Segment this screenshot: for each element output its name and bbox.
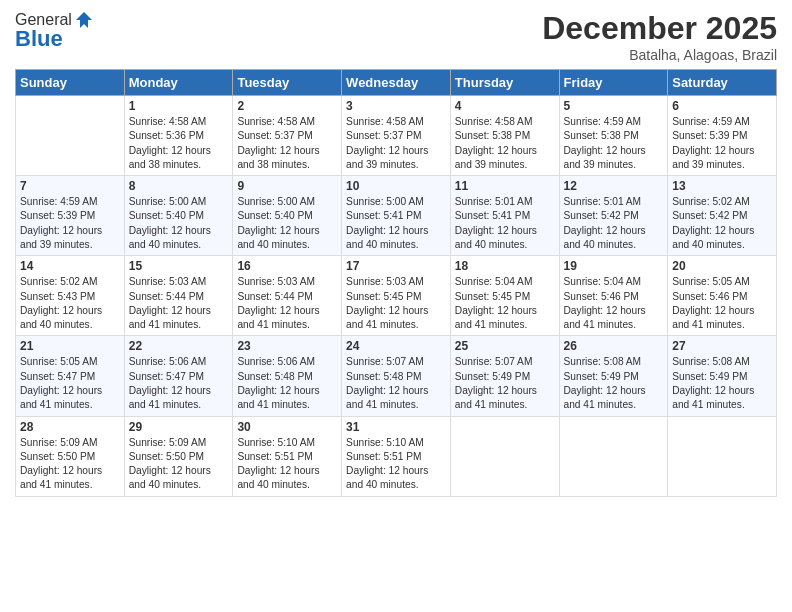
calendar-cell: 30Sunrise: 5:10 AMSunset: 5:51 PMDayligh… [233, 416, 342, 496]
weekday-header-friday: Friday [559, 70, 668, 96]
day-detail: Sunrise: 5:04 AMSunset: 5:45 PMDaylight:… [455, 275, 555, 332]
day-detail-line: Sunrise: 5:00 AM [346, 196, 424, 207]
day-detail-line: Sunset: 5:42 PM [564, 210, 639, 221]
location: Batalha, Alagoas, Brazil [542, 47, 777, 63]
day-detail-line: Sunset: 5:51 PM [237, 451, 312, 462]
day-detail-line: Daylight: 12 hours [346, 385, 428, 396]
day-detail-line: and 38 minutes. [129, 159, 202, 170]
day-detail-line: Daylight: 12 hours [346, 305, 428, 316]
day-detail: Sunrise: 4:58 AMSunset: 5:37 PMDaylight:… [346, 115, 446, 172]
day-number: 12 [564, 179, 664, 193]
day-detail-line: Sunset: 5:46 PM [564, 291, 639, 302]
calendar-cell: 12Sunrise: 5:01 AMSunset: 5:42 PMDayligh… [559, 176, 668, 256]
month-title: December 2025 [542, 10, 777, 47]
day-detail-line: Daylight: 12 hours [20, 465, 102, 476]
calendar-week-2: 7Sunrise: 4:59 AMSunset: 5:39 PMDaylight… [16, 176, 777, 256]
day-detail-line: Sunrise: 5:06 AM [129, 356, 207, 367]
day-number: 11 [455, 179, 555, 193]
day-detail-line: Sunrise: 5:06 AM [237, 356, 315, 367]
day-detail-line: Daylight: 12 hours [237, 225, 319, 236]
day-detail: Sunrise: 5:00 AMSunset: 5:40 PMDaylight:… [129, 195, 229, 252]
logo-blue-text: Blue [15, 26, 63, 52]
day-detail-line: Sunrise: 5:03 AM [346, 276, 424, 287]
day-number: 7 [20, 179, 120, 193]
calendar-cell: 14Sunrise: 5:02 AMSunset: 5:43 PMDayligh… [16, 256, 125, 336]
calendar-table: SundayMondayTuesdayWednesdayThursdayFrid… [15, 69, 777, 497]
day-detail-line: Sunset: 5:37 PM [237, 130, 312, 141]
day-detail-line: Sunrise: 5:10 AM [237, 437, 315, 448]
day-detail-line: Daylight: 12 hours [455, 385, 537, 396]
day-number: 22 [129, 339, 229, 353]
calendar-cell: 22Sunrise: 5:06 AMSunset: 5:47 PMDayligh… [124, 336, 233, 416]
day-detail-line: Daylight: 12 hours [672, 145, 754, 156]
weekday-header-thursday: Thursday [450, 70, 559, 96]
day-detail-line: Sunrise: 4:58 AM [129, 116, 207, 127]
day-detail-line: Sunset: 5:41 PM [346, 210, 421, 221]
day-detail: Sunrise: 5:06 AMSunset: 5:47 PMDaylight:… [129, 355, 229, 412]
day-number: 2 [237, 99, 337, 113]
calendar-cell: 5Sunrise: 4:59 AMSunset: 5:38 PMDaylight… [559, 96, 668, 176]
day-detail-line: Sunset: 5:36 PM [129, 130, 204, 141]
day-detail-line: Sunset: 5:44 PM [237, 291, 312, 302]
day-detail-line: and 41 minutes. [20, 399, 93, 410]
calendar-cell: 18Sunrise: 5:04 AMSunset: 5:45 PMDayligh… [450, 256, 559, 336]
day-detail: Sunrise: 5:02 AMSunset: 5:42 PMDaylight:… [672, 195, 772, 252]
calendar-week-5: 28Sunrise: 5:09 AMSunset: 5:50 PMDayligh… [16, 416, 777, 496]
day-number: 19 [564, 259, 664, 273]
day-detail: Sunrise: 5:10 AMSunset: 5:51 PMDaylight:… [237, 436, 337, 493]
day-detail-line: Sunrise: 5:09 AM [129, 437, 207, 448]
day-number: 15 [129, 259, 229, 273]
day-detail-line: Daylight: 12 hours [237, 465, 319, 476]
day-detail-line: and 38 minutes. [237, 159, 310, 170]
day-detail-line: Daylight: 12 hours [455, 225, 537, 236]
day-number: 14 [20, 259, 120, 273]
day-detail: Sunrise: 5:03 AMSunset: 5:45 PMDaylight:… [346, 275, 446, 332]
day-detail: Sunrise: 4:59 AMSunset: 5:39 PMDaylight:… [672, 115, 772, 172]
day-detail: Sunrise: 5:08 AMSunset: 5:49 PMDaylight:… [564, 355, 664, 412]
day-detail-line: and 41 minutes. [20, 479, 93, 490]
day-detail-line: Sunset: 5:49 PM [672, 371, 747, 382]
day-number: 25 [455, 339, 555, 353]
day-detail-line: Daylight: 12 hours [455, 305, 537, 316]
day-detail-line: Sunrise: 5:04 AM [564, 276, 642, 287]
calendar-cell: 4Sunrise: 4:58 AMSunset: 5:38 PMDaylight… [450, 96, 559, 176]
day-detail-line: Daylight: 12 hours [237, 145, 319, 156]
day-detail-line: Sunrise: 5:10 AM [346, 437, 424, 448]
day-detail-line: Daylight: 12 hours [129, 465, 211, 476]
day-detail: Sunrise: 5:10 AMSunset: 5:51 PMDaylight:… [346, 436, 446, 493]
calendar-cell: 26Sunrise: 5:08 AMSunset: 5:49 PMDayligh… [559, 336, 668, 416]
day-detail-line: Daylight: 12 hours [346, 225, 428, 236]
calendar-cell: 20Sunrise: 5:05 AMSunset: 5:46 PMDayligh… [668, 256, 777, 336]
day-detail-line: Sunset: 5:43 PM [20, 291, 95, 302]
day-detail: Sunrise: 5:04 AMSunset: 5:46 PMDaylight:… [564, 275, 664, 332]
day-detail: Sunrise: 4:58 AMSunset: 5:37 PMDaylight:… [237, 115, 337, 172]
calendar-cell: 28Sunrise: 5:09 AMSunset: 5:50 PMDayligh… [16, 416, 125, 496]
calendar-cell: 24Sunrise: 5:07 AMSunset: 5:48 PMDayligh… [342, 336, 451, 416]
day-detail: Sunrise: 5:09 AMSunset: 5:50 PMDaylight:… [20, 436, 120, 493]
day-detail-line: Sunset: 5:38 PM [455, 130, 530, 141]
day-detail-line: Sunrise: 5:07 AM [346, 356, 424, 367]
calendar-cell: 8Sunrise: 5:00 AMSunset: 5:40 PMDaylight… [124, 176, 233, 256]
day-detail-line: Sunrise: 5:09 AM [20, 437, 98, 448]
calendar-cell [450, 416, 559, 496]
day-detail-line: Sunrise: 5:04 AM [455, 276, 533, 287]
day-detail-line: Daylight: 12 hours [346, 145, 428, 156]
calendar-cell: 13Sunrise: 5:02 AMSunset: 5:42 PMDayligh… [668, 176, 777, 256]
day-detail-line: and 40 minutes. [672, 239, 745, 250]
calendar-cell: 6Sunrise: 4:59 AMSunset: 5:39 PMDaylight… [668, 96, 777, 176]
calendar-cell: 7Sunrise: 4:59 AMSunset: 5:39 PMDaylight… [16, 176, 125, 256]
calendar-cell: 25Sunrise: 5:07 AMSunset: 5:49 PMDayligh… [450, 336, 559, 416]
logo-icon [74, 10, 94, 30]
weekday-header-tuesday: Tuesday [233, 70, 342, 96]
day-detail-line: Daylight: 12 hours [129, 225, 211, 236]
day-detail-line: Sunset: 5:47 PM [20, 371, 95, 382]
day-detail-line: Sunrise: 5:05 AM [672, 276, 750, 287]
day-detail-line: and 40 minutes. [346, 479, 419, 490]
day-detail-line: Sunset: 5:46 PM [672, 291, 747, 302]
day-detail-line: and 40 minutes. [564, 239, 637, 250]
day-detail: Sunrise: 5:00 AMSunset: 5:40 PMDaylight:… [237, 195, 337, 252]
day-detail-line: Daylight: 12 hours [237, 385, 319, 396]
day-number: 29 [129, 420, 229, 434]
day-detail-line: Sunrise: 5:01 AM [455, 196, 533, 207]
day-detail-line: Sunset: 5:45 PM [346, 291, 421, 302]
